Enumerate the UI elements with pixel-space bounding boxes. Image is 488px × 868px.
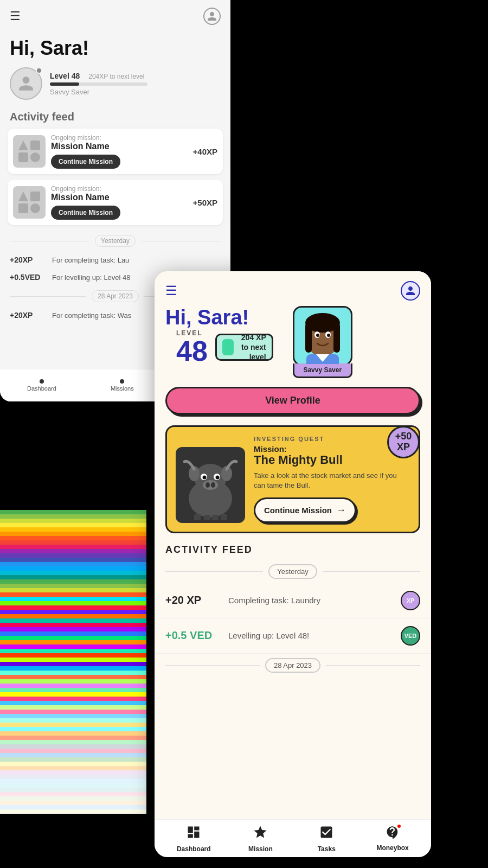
svg-point-7: [327, 334, 330, 337]
user-icon[interactable]: [203, 8, 221, 25]
front-feed-divider-2: 28 Apr 2023: [165, 658, 420, 673]
feed-xp-3: +20XP: [10, 311, 48, 320]
hamburger-icon[interactable]: ☰: [10, 9, 21, 23]
front-hamburger-icon[interactable]: ☰: [165, 283, 177, 298]
front-nav-dashboard[interactable]: Dashboard: [177, 825, 211, 853]
stripe-bar: [0, 757, 146, 762]
svg-point-16: [216, 475, 220, 479]
stripe-bar: [0, 605, 146, 610]
stripe-bar: [0, 779, 146, 783]
stripe-bar: [0, 584, 146, 588]
badge-xp-label: XP: [397, 442, 410, 453]
xp-fill: [50, 82, 79, 86]
stripe-bar: [0, 736, 146, 740]
mission-info-1: Ongoing mission: Mission Name Continue M…: [51, 134, 188, 169]
moneybox-icon-wrap: [385, 825, 400, 843]
stripe-bar: [0, 649, 146, 653]
mission-name-2: Mission Name: [51, 193, 188, 202]
back-greeting: Hi, Sara!: [0, 33, 230, 67]
level-info: Level 48 204XP to next level Savvy Saver: [50, 72, 221, 96]
continue-btn-1[interactable]: Continue Mission: [51, 155, 120, 169]
stripe-bar: [0, 801, 146, 805]
back-nav-dashboard[interactable]: Dashboard: [27, 379, 56, 392]
nav-dot-1: [40, 379, 44, 384]
ongoing-label-2: Ongoing mission:: [51, 185, 188, 193]
front-feed-xp-1: +20 XP: [165, 594, 220, 607]
stripe-bar: [0, 623, 146, 627]
stripe-bar: [0, 640, 146, 644]
stripe-bar: [0, 684, 146, 688]
stripe-bar: [0, 575, 146, 579]
front-nav-mission[interactable]: Mission: [244, 825, 277, 853]
stripe-bar: [0, 770, 146, 775]
svg-point-18: [206, 482, 210, 488]
continue-btn-label: Continue Mission: [264, 506, 332, 515]
front-feed-desc-1: Completing task: Laundry: [228, 596, 392, 605]
front-feed-badge-1: XP: [401, 591, 420, 610]
mission-section: +50 XP: [165, 425, 420, 533]
tasks-icon: [319, 825, 334, 844]
front-header: Hi, Sara! LEVEL 48 204 XP to next level: [155, 306, 431, 387]
stripe-bar: [0, 740, 146, 744]
stripe-bar: [0, 697, 146, 701]
square-icon-2: [18, 152, 28, 162]
back-nav-label-1: Missions: [111, 385, 134, 392]
front-feed-divider-1: Yesterday: [165, 564, 420, 579]
front-feed-desc-2: Levelling up: Level 48!: [228, 631, 392, 640]
dashboard-icon: [186, 825, 201, 844]
activity-feed-title: Activity feed: [0, 108, 230, 129]
stripe-bar: [0, 523, 146, 527]
front-nav-label-1: Mission: [248, 845, 273, 853]
mission-xp-badge: +50 XP: [387, 426, 420, 458]
xp-text: 204XP to next level: [88, 73, 144, 80]
front-feed-xp-2: +0.5 VED: [165, 629, 220, 642]
stripe-bar: [0, 692, 146, 697]
mission-thumb-2: [13, 186, 46, 219]
mission-card-1: Ongoing mission: Mission Name Continue M…: [8, 129, 223, 174]
mission-continue-button[interactable]: Continue Mission →: [254, 497, 356, 523]
stripe-bar: [0, 796, 146, 801]
stripe-bar: [0, 558, 146, 562]
stripe-bar: [0, 809, 146, 814]
stripe-bar: [0, 727, 146, 731]
stripe-bar: [0, 701, 146, 705]
stripe-bar: [0, 671, 146, 675]
stripe-bar: [0, 601, 146, 605]
stripe-bar: [0, 766, 146, 770]
stripe-section: [0, 510, 146, 868]
feed-desc-1: For completing task: Lau: [52, 256, 129, 264]
feed-desc-2: For levelling up: Level 48: [52, 273, 131, 282]
stripe-bar: [0, 675, 146, 679]
front-nav-tasks[interactable]: Tasks: [310, 825, 343, 853]
role-label: Savvy Saver: [50, 88, 221, 96]
back-nav-missions[interactable]: Missions: [111, 379, 134, 392]
view-profile-button[interactable]: View Profile: [165, 387, 420, 414]
feed-xp-1: +20XP: [10, 256, 48, 264]
front-nav-moneybox[interactable]: Moneybox: [376, 825, 409, 852]
front-user-icon[interactable]: [401, 281, 420, 301]
stripe-bar: [0, 627, 146, 631]
svg-rect-3: [333, 323, 340, 353]
front-feed-tag-2: 28 Apr 2023: [265, 658, 320, 673]
avatar-wrap: [10, 67, 42, 100]
stripe-bar: [0, 679, 146, 684]
front-feed-line-2: [323, 571, 420, 572]
back-top-bar: ☰: [0, 0, 230, 33]
front-nav-label-3: Moneybox: [376, 844, 408, 852]
mission-title-lg: The Mighty Bull: [254, 454, 410, 467]
level-num: 48: [176, 337, 208, 365]
stripe-bar: [0, 592, 146, 597]
stripe-bar: [0, 714, 146, 718]
stripe-bar: [0, 753, 146, 757]
mission-desc: Take a look at the stock market and see …: [254, 471, 410, 490]
continue-btn-2[interactable]: Continue Mission: [51, 206, 120, 220]
triangle-icon: [18, 141, 28, 150]
mission-xp-1: +40XP: [193, 147, 217, 156]
stripe-bar: [0, 723, 146, 727]
svg-rect-2: [305, 323, 312, 353]
stripe-bar: [0, 749, 146, 753]
front-bottom-nav: Dashboard Mission Tasks Moneybox: [155, 819, 431, 857]
mission-icon: [253, 825, 268, 844]
level-section: LEVEL 48 204 XP to next level: [165, 329, 284, 374]
svg-rect-21: [204, 515, 210, 520]
